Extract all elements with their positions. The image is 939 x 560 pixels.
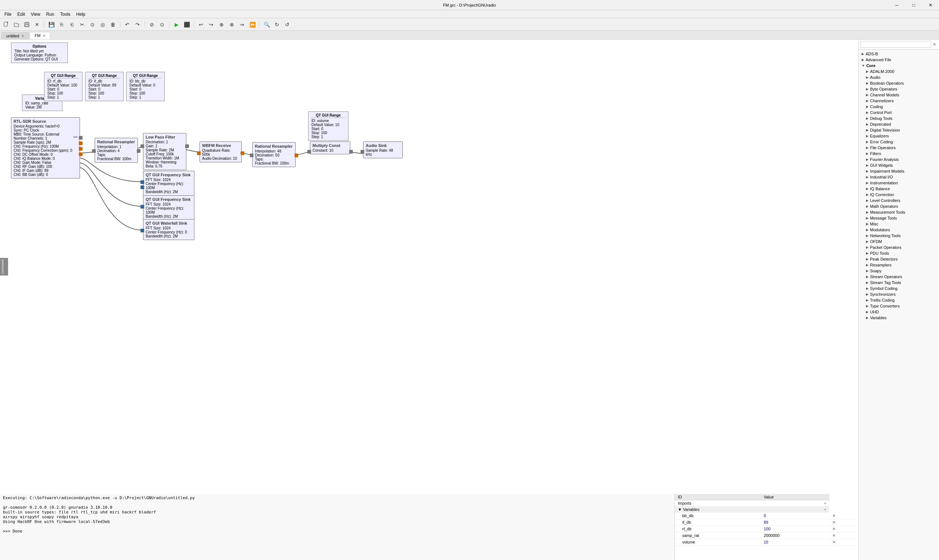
- command-strip[interactable]: command: [0, 258, 8, 275]
- delete-button[interactable]: 🗑: [108, 20, 118, 29]
- close-flow-button[interactable]: ✕: [32, 20, 42, 29]
- tree-message-tools[interactable]: ▶ Message Tools: [859, 215, 939, 221]
- rational-resampler-2-block[interactable]: Rational Resampler Interpolation: 48 Dec…: [252, 142, 296, 167]
- disconnect-button[interactable]: ⊗: [227, 20, 237, 29]
- qt-freq-sink-2-block[interactable]: QT GUI Frequency Sink FFT Size: 1024 Cen…: [143, 195, 194, 220]
- tree-stream-tag-tools[interactable]: ▶ Stream Tag Tools: [859, 280, 939, 286]
- zoom-out-button[interactable]: ↺: [282, 20, 292, 29]
- var-delete-samp-rat[interactable]: ✕: [830, 532, 858, 539]
- tree-ads-b[interactable]: ▶ ADS-B: [859, 51, 939, 57]
- menu-help[interactable]: Help: [73, 11, 88, 18]
- minimize-button[interactable]: ─: [888, 0, 905, 10]
- align-left-button[interactable]: ↩: [196, 20, 206, 29]
- tree-resamplers[interactable]: ▶ Resamplers: [859, 262, 939, 268]
- tree-core[interactable]: ▼ Core: [859, 63, 939, 69]
- menu-view[interactable]: View: [28, 11, 43, 18]
- flip-button[interactable]: ⏩: [248, 20, 257, 29]
- tree-uhd[interactable]: ▶ UHD: [859, 309, 939, 315]
- maximize-button[interactable]: □: [905, 0, 922, 10]
- copy-button[interactable]: ⎘: [57, 20, 66, 29]
- var-delete-if-db[interactable]: ✕: [830, 519, 858, 526]
- tree-advanced-file[interactable]: ▶ Advanced File: [859, 57, 939, 63]
- tab-untitled-close[interactable]: ✕: [21, 34, 24, 38]
- qt-range-if-block[interactable]: QT GUI Range ID: if_db Default Value: 89…: [85, 72, 123, 101]
- tree-soapy[interactable]: ▶ Soapy: [859, 268, 939, 274]
- paste-button[interactable]: ⎗: [67, 20, 77, 29]
- duplicate-button[interactable]: ⊙: [88, 20, 97, 29]
- rotate-button[interactable]: ⇒: [237, 20, 247, 29]
- new-button[interactable]: [2, 20, 11, 29]
- imports-add-button[interactable]: +: [824, 501, 826, 505]
- tree-networking-tools[interactable]: ▶ Networking Tools: [859, 233, 939, 238]
- tab-fm-close[interactable]: ✕: [43, 34, 45, 38]
- close-button[interactable]: ✕: [922, 0, 939, 10]
- tree-trellis-coding[interactable]: ▶ Trellis Coding: [859, 297, 939, 303]
- qt-range-rf-block[interactable]: QT GUI Range ID: rf_db Default Value: 10…: [44, 72, 83, 101]
- qt-range-bb-block[interactable]: QT GUI Range ID: bb_db Default Value: 0 …: [126, 72, 165, 101]
- var-delete-bb-db[interactable]: ✕: [830, 513, 858, 519]
- tree-iq-correction[interactable]: ▶ IQ Correction: [859, 192, 939, 197]
- rtl-sdr-block[interactable]: RTL-SDR Source Device Arguments: hackrf=…: [11, 117, 80, 178]
- menu-file[interactable]: File: [2, 11, 14, 18]
- undo-button[interactable]: ↶: [122, 20, 132, 29]
- tree-symbol-coding[interactable]: ▶ Symbol Coding: [859, 286, 939, 291]
- tree-stream-operators[interactable]: ▶ Stream Operators: [859, 274, 939, 280]
- qt-freq-sink-1-block[interactable]: QT GUI Frequency Sink FFT Size: 1024 Cen…: [143, 171, 194, 196]
- align-right-button[interactable]: ↪: [207, 20, 216, 29]
- search-input[interactable]: [860, 41, 931, 48]
- var-row-rf-db[interactable]: rf_db 100 ✕: [675, 526, 858, 532]
- tree-gui-widgets[interactable]: ▶ GUI Widgets: [859, 162, 939, 168]
- rotate-cw-button[interactable]: ◎: [98, 20, 108, 29]
- tree-synchronizers[interactable]: ▶ Synchronizers: [859, 291, 939, 297]
- audio-sink-block[interactable]: Audio Sink Sample Rate: 48 kHz: [363, 142, 403, 158]
- run-button[interactable]: ▶: [172, 20, 181, 29]
- tree-pdu-tools[interactable]: ▶ PDU Tools: [859, 250, 939, 256]
- tree-type-converters[interactable]: ▶ Type Converters: [859, 303, 939, 309]
- tree-level-controllers[interactable]: ▶ Level Controllers: [859, 197, 939, 203]
- tab-fm[interactable]: FM ✕: [30, 32, 50, 39]
- var-row-volume[interactable]: volume 10 ✕: [675, 539, 858, 545]
- tree-math-operators[interactable]: ▶ Math Operators: [859, 203, 939, 209]
- tree-modulators[interactable]: ▶ Modulators: [859, 227, 939, 233]
- qt-range-volume-block[interactable]: QT GUI Range ID: volume Default Value: 1…: [308, 111, 348, 141]
- tree-channelizers[interactable]: ▶ Channelizers: [859, 98, 939, 104]
- qt-waterfall-sink-block[interactable]: QT GUI Waterfall Sink FFT Size: 1024 Cen…: [143, 219, 194, 240]
- rational-resampler-1-block[interactable]: Rational Resampler Interpolation: 1 Deci…: [95, 138, 138, 163]
- tree-byte-operators[interactable]: ▶ Byte Operators: [859, 86, 939, 92]
- flow-canvas[interactable]: command: [0, 40, 858, 494]
- tree-peak-detectors[interactable]: ▶ Peak Detectors: [859, 256, 939, 262]
- options-block[interactable]: Options Title: Not titled yet Output Lan…: [11, 43, 68, 63]
- wbfm-receive-block[interactable]: WBFM Receive Quadrature Rate: 500k Audio…: [199, 142, 242, 162]
- tree-digital-television[interactable]: ▶ Digital Television: [859, 127, 939, 133]
- tree-filters[interactable]: ▶ Filters: [859, 151, 939, 157]
- tree-variables[interactable]: ▶ Variables: [859, 315, 939, 321]
- var-delete-volume[interactable]: ✕: [830, 539, 858, 545]
- menu-run[interactable]: Run: [43, 11, 57, 18]
- cut-button[interactable]: ✂: [77, 20, 87, 29]
- tree-instrumentation[interactable]: ▶ Instrumentation: [859, 180, 939, 186]
- tree-audio[interactable]: ▶ Audio: [859, 74, 939, 80]
- tree-impairment-models[interactable]: ▶ Impairment Models: [859, 168, 939, 174]
- zoom-reset-button[interactable]: ↻: [272, 20, 282, 29]
- var-row-samp-rat[interactable]: samp_rat 2000000 ✕: [675, 532, 858, 539]
- tree-packet-operators[interactable]: ▶ Packet Operators: [859, 245, 939, 250]
- tree-deprecated[interactable]: ▶ Deprecated: [859, 121, 939, 127]
- save-copy-button[interactable]: 💾: [46, 20, 56, 29]
- enable-button[interactable]: ⊘: [147, 20, 157, 29]
- open-button[interactable]: [12, 20, 21, 29]
- tree-misc[interactable]: ▶ Misc: [859, 221, 939, 227]
- console-pane[interactable]: Executing: C:\Software\radioconda\python…: [0, 494, 675, 560]
- search-clear-button[interactable]: ✕: [931, 42, 937, 47]
- tree-fourier-analysis[interactable]: ▶ Fourier Analysis: [859, 157, 939, 162]
- tree-boolean-operators[interactable]: ▶ Boolean Operators: [859, 80, 939, 86]
- tree-file-operators[interactable]: ▶ File Operators: [859, 145, 939, 151]
- menu-tools[interactable]: Tools: [57, 11, 73, 18]
- var-row-if-db[interactable]: if_db 89 ✕: [675, 519, 858, 526]
- tree-measurement-tools[interactable]: ▶ Measurement Tools: [859, 209, 939, 215]
- connect-button[interactable]: ⊕: [217, 20, 226, 29]
- tree-error-coding[interactable]: ▶ Error Coding: [859, 139, 939, 145]
- tree-coding[interactable]: ▶ Coding: [859, 104, 939, 109]
- redo-button[interactable]: ↷: [133, 20, 142, 29]
- tree-equalizers[interactable]: ▶ Equalizers: [859, 133, 939, 139]
- menu-edit[interactable]: Edit: [14, 11, 28, 18]
